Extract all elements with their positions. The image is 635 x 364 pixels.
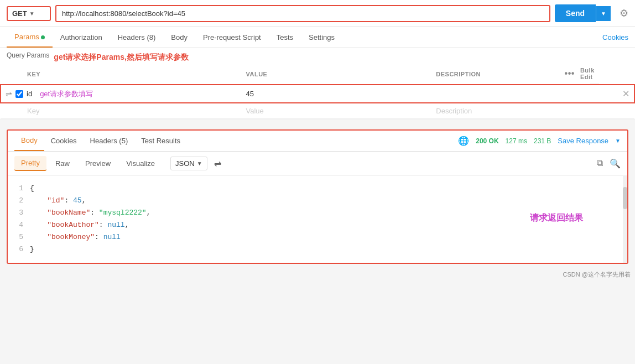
response-tab-test-results[interactable]: Test Results [134, 131, 187, 150]
format-tabs-row: Pretty Raw Preview Visualize JSON ▼ ⇌ ⧉ … [8, 152, 627, 176]
format-tab-raw[interactable]: Raw [49, 157, 76, 170]
response-action-icons: ⧉ 🔍 [597, 158, 621, 169]
main-content: Body Cookies Headers (5) Test Results 🌐 … [0, 119, 635, 268]
line-number-6: 6 [12, 243, 23, 256]
response-tab-body[interactable]: Body [14, 131, 44, 151]
row-checkbox[interactable] [15, 90, 23, 98]
params-active-dot [41, 35, 45, 39]
code-line-5: 5 "bookMoney": null [12, 231, 623, 243]
request-tabs-row: Params Authorization Headers (8) Body Pr… [0, 27, 635, 48]
send-button[interactable]: Send [555, 4, 596, 22]
annotation-header-row: Query Params get请求选择Params,然后填写请求参数 [0, 48, 635, 64]
code-line-2: 2 "id": 45, [12, 195, 623, 207]
table-row-empty: Key Value Description [1, 103, 634, 119]
response-tab-cookies[interactable]: Cookies [44, 131, 84, 150]
scrollbar-thumb [623, 187, 627, 209]
format-selector[interactable]: JSON ▼ [170, 157, 207, 170]
tab-body[interactable]: Body [163, 28, 195, 47]
line-number-4: 4 [12, 219, 23, 231]
value-placeholder-cell: Value [241, 103, 431, 119]
watermark: CSDN @这个名字先用着 [0, 268, 635, 281]
response-tab-headers[interactable]: Headers (5) [84, 131, 135, 150]
globe-icon: 🌐 [458, 136, 469, 146]
params-area: Query Params get请求选择Params,然后填写请求参数 KEY … [0, 48, 635, 119]
description-placeholder: Description [436, 107, 472, 115]
tab-pre-request-script[interactable]: Pre-request Script [195, 28, 269, 47]
key-placeholder: Key [27, 107, 39, 115]
tab-authorization[interactable]: Authorization [53, 28, 110, 47]
delete-row-button[interactable]: ✕ [622, 89, 629, 98]
description-cell[interactable] [431, 85, 590, 103]
key-cell: ⇌ id get请求参数填写 [1, 85, 241, 103]
settings-gear-icon[interactable]: ⚙ [620, 7, 628, 19]
save-response-button[interactable]: Save Response [558, 137, 608, 145]
value-cell[interactable]: 45 [241, 85, 431, 103]
method-label: GET [12, 9, 27, 18]
bulk-edit-dots-icon: ••• [565, 69, 575, 79]
key-value[interactable]: id [27, 90, 32, 98]
url-input[interactable] [62, 9, 544, 18]
filter-icon: ⇌ [6, 90, 12, 98]
method-selector[interactable]: GET ▼ [7, 6, 51, 21]
send-button-wrapper: Send ▼ [555, 4, 611, 22]
response-code-area: 1 { 2 "id": 45, 3 "bookName": "mysql2222… [8, 176, 627, 263]
response-status-bar: 🌐 200 OK 127 ms 231 B Save Response ▼ [458, 136, 621, 146]
line-number-1: 1 [12, 183, 23, 195]
response-section: Body Cookies Headers (5) Test Results 🌐 … [7, 129, 628, 264]
bulk-edit-label[interactable]: Bulk Edit [580, 67, 595, 80]
col-key-header: KEY [1, 64, 241, 85]
save-response-dropdown[interactable]: ▼ [615, 138, 621, 144]
table-row: ⇌ id get请求参数填写 45 ✕ [1, 85, 634, 103]
tab-params[interactable]: Params [7, 27, 53, 48]
scrollbar[interactable] [623, 176, 627, 263]
result-annotation-text: 请求返回结果 [530, 212, 583, 227]
line-number-5: 5 [12, 231, 23, 243]
code-line-1: 1 { [12, 183, 623, 195]
format-label: JSON [175, 159, 195, 168]
description-placeholder-cell: Description [431, 103, 590, 119]
url-bar: GET ▼ Send ▼ ⚙ [0, 0, 635, 27]
tab-headers[interactable]: Headers (8) [110, 28, 164, 47]
params-annotation-text: get请求选择Params,然后填写请求参数 [54, 53, 188, 63]
format-dropdown-icon: ▼ [197, 160, 202, 167]
status-time: 127 ms [506, 137, 527, 145]
copy-icon[interactable]: ⧉ [597, 158, 603, 169]
status-ok: 200 OK [476, 137, 498, 145]
method-dropdown-icon: ▼ [29, 11, 35, 17]
key-annotation: get请求参数填写 [40, 89, 93, 99]
key-placeholder-cell: Key [1, 103, 241, 119]
value-placeholder: Value [246, 107, 263, 115]
cookies-link[interactable]: Cookies [602, 28, 628, 47]
tab-tests[interactable]: Tests [269, 28, 301, 47]
url-input-container [55, 5, 550, 22]
tab-settings[interactable]: Settings [301, 28, 342, 47]
search-icon[interactable]: 🔍 [610, 158, 621, 169]
params-table-header: KEY VALUE DESCRIPTION ••• Bulk Edit [1, 64, 634, 85]
send-dropdown-button[interactable]: ▼ [596, 6, 611, 21]
response-tabs-row: Body Cookies Headers (5) Test Results 🌐 … [8, 131, 627, 152]
col-value-header: VALUE [241, 64, 431, 85]
status-size: 231 B [534, 137, 551, 145]
wrap-icon[interactable]: ⇌ [214, 158, 221, 169]
action-cell: ✕ [590, 85, 634, 103]
params-table: KEY VALUE DESCRIPTION ••• Bulk Edit ⇌ id… [0, 64, 635, 119]
format-tab-preview[interactable]: Preview [79, 157, 117, 170]
format-tab-visualize[interactable]: Visualize [119, 157, 162, 170]
code-line-6: 6 } [12, 243, 623, 256]
line-number-2: 2 [12, 195, 23, 207]
line-number-3: 3 [12, 207, 23, 219]
query-params-label: Query Params [7, 51, 49, 59]
format-tab-pretty[interactable]: Pretty [14, 156, 46, 171]
col-actions-header: ••• Bulk Edit [590, 64, 599, 84]
